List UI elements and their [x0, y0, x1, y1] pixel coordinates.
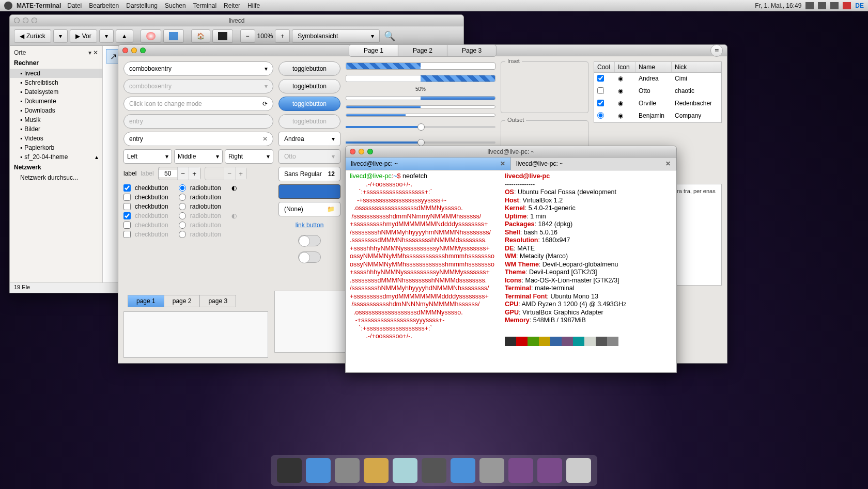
refresh-icon[interactable]: ⟳ [262, 100, 268, 107]
distro-logo-icon[interactable] [4, 2, 12, 10]
sidebar-item-papierkorb[interactable]: ▪Papierkorb [10, 143, 102, 152]
tab-page2[interactable]: Page 2 [398, 45, 447, 56]
col-icon[interactable]: Icon [615, 62, 636, 72]
file-chooser[interactable]: (None)📁 [278, 202, 340, 216]
col-cool[interactable]: Cool [594, 62, 615, 72]
menu-suchen[interactable]: Suchen [165, 2, 186, 9]
tab-close-icon[interactable]: ✕ [500, 160, 505, 167]
align-left[interactable]: Left▾ [123, 149, 172, 164]
network-icon[interactable] [830, 2, 839, 9]
dock-app-terminal-root[interactable] [422, 458, 446, 483]
up-button[interactable]: ▲ [116, 29, 133, 43]
back-button[interactable]: ◀ Zurück [14, 29, 51, 43]
wf-titlebar[interactable]: Page 1 Page 2 Page 3 ≡ [118, 45, 727, 56]
dock-app-cd[interactable] [393, 458, 417, 483]
menu-bearbeiten[interactable]: Bearbeiten [89, 2, 119, 9]
term-titlebar[interactable]: livecd@live-pc: ~ [346, 146, 676, 157]
dock-app-wallpaper2[interactable] [537, 458, 562, 483]
zoom-out-button[interactable]: − [240, 29, 255, 43]
spin-plus[interactable]: + [189, 167, 200, 180]
close-icon[interactable] [14, 18, 20, 23]
radiobutton[interactable] [179, 194, 186, 201]
tab-page3[interactable]: Page 3 [447, 45, 496, 56]
radiobutton[interactable] [179, 184, 186, 192]
tab-close-icon[interactable]: ✕ [665, 160, 671, 167]
term-tab-1[interactable]: livecd@live-pc: ~✕ [346, 157, 511, 170]
maximize-icon[interactable] [32, 18, 37, 23]
home-button[interactable]: 🏠 [191, 29, 210, 43]
link-button[interactable]: link button [278, 219, 340, 231]
view-selector[interactable]: Symbolansicht ▾ [292, 29, 380, 43]
minimize-icon[interactable] [131, 48, 137, 53]
sidebar-item-musik[interactable]: ▪Musik [10, 115, 102, 124]
sidebar-item-livecd[interactable]: ▪livecd [10, 69, 102, 78]
clear-icon[interactable]: ✕ [262, 135, 268, 143]
btab-2[interactable]: page 2 [164, 295, 200, 307]
dock-app-drive[interactable] [566, 458, 591, 483]
sidebar-item-dateisystem[interactable]: ▪Dateisystem [10, 87, 102, 97]
color-button[interactable] [278, 184, 340, 199]
hamburger-menu-button[interactable]: ≡ [710, 44, 723, 57]
align-middle[interactable]: Middle▾ [174, 149, 223, 164]
menu-datei[interactable]: Datei [67, 2, 82, 9]
comboboxentry-1[interactable]: comboboxentry▾ [123, 61, 273, 76]
dock-app-printer[interactable] [335, 458, 360, 483]
menu-hilfe[interactable]: Hilfe [247, 2, 260, 9]
forward-button[interactable]: ▶ Vor [70, 29, 97, 43]
dock-app-finder[interactable] [451, 458, 475, 483]
sidebar-item-downloads[interactable]: ▪Downloads [10, 106, 102, 115]
dock-app-terminal[interactable] [277, 458, 302, 483]
table-row[interactable]: ◉AndreaCimi [594, 73, 721, 85]
sidebar-item-network[interactable]: Netzwerk durchsuc... [10, 173, 102, 182]
col-name[interactable]: Name [636, 62, 672, 72]
align-right[interactable]: Right▾ [225, 149, 273, 164]
sidebar-item-sf_20-04-theme[interactable]: ▪sf_20-04-theme▴ [10, 152, 102, 162]
font-button[interactable]: Sans Regular12 [278, 167, 340, 181]
sidebar-item-schreibtisch[interactable]: ▪Schreibtisch [10, 78, 102, 87]
spin-minus[interactable]: − [177, 167, 189, 180]
spin-input[interactable] [159, 170, 177, 177]
zoom-in-button[interactable]: + [275, 29, 290, 43]
dock-app-abiword[interactable] [364, 458, 389, 483]
spinbutton[interactable]: − + [158, 167, 200, 180]
btab-3[interactable]: page 3 [200, 295, 236, 307]
togglebutton-1[interactable]: togglebutton [278, 61, 340, 76]
switch-2[interactable] [298, 251, 321, 263]
fm-titlebar[interactable]: livecd [10, 15, 463, 26]
combo-andrea[interactable]: Andrea▾ [278, 132, 340, 146]
maximize-icon[interactable] [140, 48, 146, 53]
checkbutton[interactable] [123, 203, 131, 210]
checkbutton[interactable] [123, 194, 131, 201]
table-row[interactable]: ◉BenjaminCompany [594, 110, 721, 122]
sidebar-item-bilder[interactable]: ▪Bilder [10, 124, 102, 134]
icon-mode-entry[interactable]: Click icon to change mode⟳ [123, 97, 273, 111]
menu-reiter[interactable]: Reiter [224, 2, 240, 9]
menu-terminal[interactable]: Terminal [193, 2, 216, 9]
back-history-button[interactable]: ▾ [53, 29, 68, 43]
scale-1[interactable] [346, 126, 495, 128]
btab-1[interactable]: page 1 [128, 295, 164, 307]
menu-darstellung[interactable]: Darstellung [126, 2, 158, 9]
close-icon[interactable] [350, 149, 355, 154]
dock-app-wallpaper1[interactable] [508, 458, 533, 483]
radiobutton[interactable] [179, 203, 186, 210]
col-nick[interactable]: Nick [672, 62, 721, 72]
tray-icon[interactable] [805, 2, 814, 9]
maximize-icon[interactable] [367, 149, 373, 154]
table-row[interactable]: ◉OrvilleRedenbacher [594, 98, 721, 110]
keyboard-layout-indicator[interactable]: DE [855, 2, 864, 9]
clock-text[interactable]: Fr, 1. Mai., 16:49 [755, 2, 801, 9]
search-button[interactable]: 🔍 [384, 30, 395, 42]
dock-app-gimp[interactable] [306, 458, 331, 483]
minimize-icon[interactable] [359, 149, 364, 154]
forward-history-button[interactable]: ▾ [99, 29, 114, 43]
minimize-icon[interactable] [23, 18, 28, 23]
dock-app-storage[interactable] [479, 458, 504, 483]
treeview[interactable]: Cool Icon Name Nick ◉AndreaCimi◉Ottochao… [594, 61, 722, 123]
stop-button[interactable] [141, 29, 161, 43]
reload-button[interactable] [163, 29, 184, 43]
terminal-content[interactable]: livecd@live-pc:~$ neofetch .-/+oossssoo+… [346, 170, 676, 372]
tray-app-icon[interactable] [843, 2, 851, 9]
close-icon[interactable] [122, 48, 128, 53]
volume-icon[interactable] [818, 2, 826, 9]
